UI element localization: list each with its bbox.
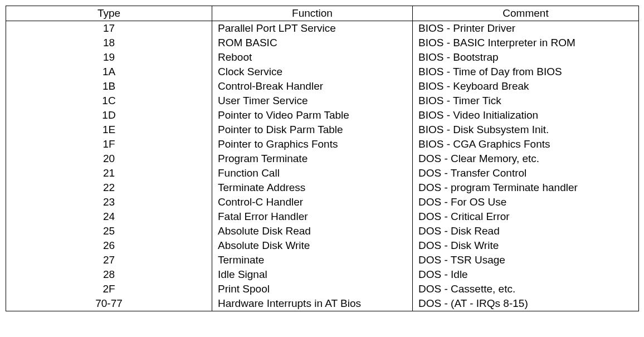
table-row: 1DPointer to Video Parm TableBIOS - Vide… <box>6 108 639 123</box>
table-header-row: Type Function Comment <box>6 6 639 21</box>
table-row: 23Control-C HandlerDOS - For OS Use <box>6 195 639 209</box>
table-row: 70-77Hardware Interrupts in AT BiosDOS -… <box>6 296 639 311</box>
cell-type: 26 <box>6 238 212 253</box>
header-comment: Comment <box>413 6 639 21</box>
table-row: 17Parallel Port LPT ServiceBIOS - Printe… <box>6 21 639 36</box>
cell-function: Control-Break Handler <box>212 79 413 94</box>
cell-function: Pointer to Graphics Fonts <box>212 137 413 152</box>
cell-comment: BIOS - Bootstrap <box>413 50 639 65</box>
cell-function: User Timer Service <box>212 94 413 108</box>
table-body: 17Parallel Port LPT ServiceBIOS - Printe… <box>6 21 639 311</box>
table-row: 27TerminateDOS - TSR Usage <box>6 253 639 267</box>
cell-comment: BIOS - CGA Graphics Fonts <box>413 137 639 152</box>
cell-type: 1B <box>6 79 212 94</box>
table-row: 1BControl-Break HandlerBIOS - Keyboard B… <box>6 79 639 94</box>
table-row: 21Function CallDOS - Transfer Control <box>6 166 639 180</box>
cell-type: 19 <box>6 50 212 65</box>
cell-type: 23 <box>6 195 212 209</box>
cell-comment: DOS - Transfer Control <box>413 166 639 180</box>
cell-type: 17 <box>6 21 212 36</box>
header-type: Type <box>6 6 212 21</box>
cell-comment: BIOS - Printer Driver <box>413 21 639 36</box>
table-row: 25Absolute Disk ReadDOS - Disk Read <box>6 224 639 238</box>
cell-function: Pointer to Disk Parm Table <box>212 123 413 137</box>
table-row: 1EPointer to Disk Parm TableBIOS - Disk … <box>6 123 639 137</box>
cell-function: Parallel Port LPT Service <box>212 21 413 36</box>
cell-comment: DOS - Disk Write <box>413 238 639 253</box>
interrupt-table: Type Function Comment 17Parallel Port LP… <box>6 6 639 311</box>
cell-function: Idle Signal <box>212 267 413 282</box>
cell-type: 20 <box>6 152 212 166</box>
cell-type: 70-77 <box>6 296 212 311</box>
cell-type: 1F <box>6 137 212 152</box>
header-function: Function <box>212 6 413 21</box>
cell-comment: BIOS - Time of Day from BIOS <box>413 65 639 79</box>
cell-comment: BIOS - Disk Subsystem Init. <box>413 123 639 137</box>
cell-comment: BIOS - Keyboard Break <box>413 79 639 94</box>
cell-function: Absolute Disk Read <box>212 224 413 238</box>
cell-type: 1C <box>6 94 212 108</box>
cell-comment: BIOS - BASIC Interpreter in ROM <box>413 36 639 50</box>
cell-function: Fatal Error Handler <box>212 209 413 224</box>
cell-function: Absolute Disk Write <box>212 238 413 253</box>
table-row: 26Absolute Disk WriteDOS - Disk Write <box>6 238 639 253</box>
cell-function: Program Terminate <box>212 152 413 166</box>
cell-comment: BIOS - Timer Tick <box>413 94 639 108</box>
table-row: 2FPrint SpoolDOS - Cassette, etc. <box>6 282 639 296</box>
cell-comment: DOS - Idle <box>413 267 639 282</box>
cell-type: 2F <box>6 282 212 296</box>
table-row: 22Terminate AddressDOS - program Termina… <box>6 180 639 195</box>
cell-function: Clock Service <box>212 65 413 79</box>
cell-type: 25 <box>6 224 212 238</box>
cell-comment: DOS - For OS Use <box>413 195 639 209</box>
cell-function: Reboot <box>212 50 413 65</box>
cell-function: Print Spool <box>212 282 413 296</box>
cell-comment: DOS - program Terminate handler <box>413 180 639 195</box>
cell-type: 1A <box>6 65 212 79</box>
cell-function: Hardware Interrupts in AT Bios <box>212 296 413 311</box>
table-row: 1AClock ServiceBIOS - Time of Day from B… <box>6 65 639 79</box>
cell-type: 1E <box>6 123 212 137</box>
table-row: 1CUser Timer ServiceBIOS - Timer Tick <box>6 94 639 108</box>
cell-comment: DOS - (AT - IRQs 8-15) <box>413 296 639 311</box>
cell-comment: BIOS - Video Initialization <box>413 108 639 123</box>
table-row: 19RebootBIOS - Bootstrap <box>6 50 639 65</box>
cell-comment: DOS - TSR Usage <box>413 253 639 267</box>
cell-type: 28 <box>6 267 212 282</box>
cell-comment: DOS - Cassette, etc. <box>413 282 639 296</box>
cell-type: 27 <box>6 253 212 267</box>
cell-comment: DOS - Clear Memory, etc. <box>413 152 639 166</box>
table-row: 24Fatal Error HandlerDOS - Critical Erro… <box>6 209 639 224</box>
cell-comment: DOS - Critical Error <box>413 209 639 224</box>
cell-function: ROM BASIC <box>212 36 413 50</box>
table-row: 18ROM BASICBIOS - BASIC Interpreter in R… <box>6 36 639 50</box>
cell-type: 22 <box>6 180 212 195</box>
cell-function: Terminate Address <box>212 180 413 195</box>
cell-type: 24 <box>6 209 212 224</box>
cell-function: Terminate <box>212 253 413 267</box>
cell-type: 21 <box>6 166 212 180</box>
cell-function: Pointer to Video Parm Table <box>212 108 413 123</box>
cell-type: 1D <box>6 108 212 123</box>
cell-function: Function Call <box>212 166 413 180</box>
table-row: 1FPointer to Graphics FontsBIOS - CGA Gr… <box>6 137 639 152</box>
table-row: 28Idle SignalDOS - Idle <box>6 267 639 282</box>
table-row: 20Program TerminateDOS - Clear Memory, e… <box>6 152 639 166</box>
cell-function: Control-C Handler <box>212 195 413 209</box>
cell-type: 18 <box>6 36 212 50</box>
cell-comment: DOS - Disk Read <box>413 224 639 238</box>
